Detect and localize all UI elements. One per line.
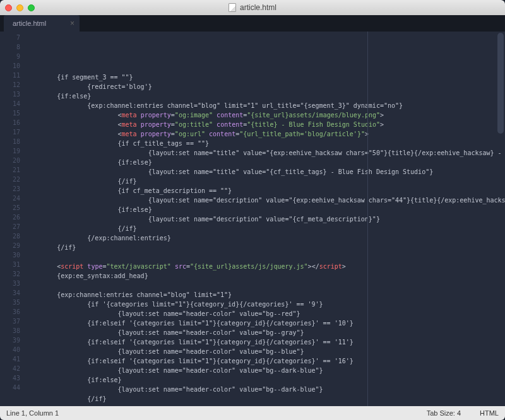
code-line[interactable]: {if:elseif '{categories limit="1"}{categ… [27, 356, 505, 366]
code-line[interactable]: {if:else} [27, 91, 505, 101]
editor[interactable]: 7891011121314151617181920212223242526272… [0, 32, 505, 406]
line-gutter: 7891011121314151617181920212223242526272… [0, 32, 27, 406]
line-number: 39 [0, 335, 27, 345]
window-titlebar: article.html [0, 0, 505, 15]
vertical-scrollbar[interactable] [497, 33, 504, 134]
line-number: 13 [0, 90, 27, 99]
traffic-lights [5, 4, 35, 11]
code-line[interactable]: {if segment_3 == ""} [27, 73, 505, 82]
line-number: 32 [0, 269, 27, 279]
tab-size-indicator[interactable]: Tab Size: 4 [427, 409, 461, 417]
line-number: 15 [0, 108, 27, 118]
line-number: 9 [0, 52, 27, 61]
code-line[interactable] [27, 281, 505, 290]
status-bar: Line 1, Column 1 Tab Size: 4 HTML [0, 406, 505, 420]
line-number: 25 [0, 203, 27, 213]
code-line[interactable]: {if:else} [27, 205, 505, 214]
close-icon[interactable]: × [70, 20, 74, 27]
code-line[interactable]: {/exp:channel:entries} [27, 233, 505, 243]
code-line[interactable]: {/if} [27, 394, 505, 404]
code-line[interactable]: {if:elseif '{categories limit="1"}{categ… [27, 337, 505, 347]
code-line[interactable]: {/if} [27, 177, 505, 186]
line-number: 43 [0, 373, 27, 383]
syntax-indicator[interactable]: HTML [480, 409, 499, 417]
line-number: 14 [0, 99, 27, 108]
line-number: 7 [0, 33, 27, 42]
code-line[interactable] [27, 54, 505, 63]
line-number: 44 [0, 383, 27, 392]
code-line[interactable]: {/if} [27, 224, 505, 233]
code-line[interactable]: {layout:set name="title" value="{exp:eeh… [27, 148, 505, 158]
code-line[interactable] [27, 63, 505, 73]
line-number: 22 [0, 175, 27, 184]
code-line[interactable] [27, 252, 505, 262]
code-line[interactable]: {exp:ee_syntax:add_head} [27, 271, 505, 281]
line-number: 29 [0, 241, 27, 250]
line-number: 21 [0, 165, 27, 175]
line-number: 24 [0, 194, 27, 203]
code-line[interactable]: {layout:set name="header-color" value="b… [27, 385, 505, 394]
titlebar-title: article.html [229, 3, 276, 12]
minimize-window-button[interactable] [16, 4, 23, 11]
code-line[interactable]: <meta property="og:image" content="{site… [27, 110, 505, 120]
line-number: 27 [0, 222, 27, 231]
line-number: 12 [0, 80, 27, 90]
code-line[interactable]: {layout:set name="header-color" value="b… [27, 347, 505, 356]
line-number: 35 [0, 298, 27, 307]
code-line[interactable]: <meta property="og:title" content="{titl… [27, 120, 505, 129]
code-line[interactable]: {/if} [27, 243, 505, 252]
code-line[interactable]: {layout:set name="description" value="{e… [27, 195, 505, 205]
line-number: 30 [0, 250, 27, 260]
code-line[interactable]: {if cf_meta_description == ""} [27, 186, 505, 195]
code-line[interactable]: {if:elseif '{categories limit="1"}{categ… [27, 318, 505, 328]
code-line[interactable]: {layout:set name="title" value="{cf_titl… [27, 167, 505, 177]
code-line[interactable]: {exp:channel:entries channel="blog" limi… [27, 101, 505, 110]
line-number: 23 [0, 184, 27, 194]
code-line[interactable]: {if:else} [27, 158, 505, 167]
code-line[interactable] [27, 404, 505, 406]
line-number: 36 [0, 307, 27, 317]
code-line[interactable]: {if '{categories limit="1"}{category_id}… [27, 300, 505, 309]
tab-bar: article.html × [0, 15, 505, 32]
line-number: 10 [0, 61, 27, 71]
line-number: 37 [0, 317, 27, 326]
line-number: 28 [0, 231, 27, 241]
line-number: 26 [0, 213, 27, 222]
code-line[interactable]: {layout:set name="header-color" value="b… [27, 366, 505, 375]
line-number: 42 [0, 364, 27, 373]
line-number: 34 [0, 288, 27, 298]
line-number: 33 [0, 279, 27, 288]
close-window-button[interactable] [5, 4, 12, 11]
maximize-window-button[interactable] [28, 4, 35, 11]
code-line[interactable]: {layout:set name="description" value="{c… [27, 214, 505, 224]
line-number: 31 [0, 260, 27, 269]
line-number: 16 [0, 118, 27, 127]
code-line[interactable]: {if:else} [27, 375, 505, 385]
code-line[interactable]: {exp:channel:entries channel="blog" limi… [27, 290, 505, 300]
file-tab[interactable]: article.html × [4, 15, 80, 32]
file-icon [229, 3, 236, 12]
line-number: 18 [0, 137, 27, 146]
line-number: 40 [0, 345, 27, 354]
tab-label: article.html [13, 20, 46, 27]
window-title: article.html [240, 3, 276, 12]
code-area[interactable]: {if segment_3 == ""} {redirect='blog'} {… [27, 32, 505, 406]
line-number: 11 [0, 71, 27, 80]
line-number: 38 [0, 326, 27, 335]
code-line[interactable]: {layout:set name="header-color" value="b… [27, 328, 505, 337]
line-number: 8 [0, 42, 27, 52]
line-number: 20 [0, 156, 27, 165]
code-line[interactable]: {layout:set name="header-color" value="b… [27, 309, 505, 318]
code-line[interactable]: {redirect='blog'} [27, 82, 505, 91]
code-line[interactable]: <meta property="og:url" content="{url_ti… [27, 129, 505, 139]
line-number: 19 [0, 146, 27, 156]
code-line[interactable]: {if cf_title_tags == ""} [27, 139, 505, 148]
cursor-position[interactable]: Line 1, Column 1 [6, 409, 59, 417]
line-number: 17 [0, 127, 27, 137]
code-line[interactable]: <script type="text/javascript" src="{sit… [27, 262, 505, 271]
line-number: 41 [0, 354, 27, 364]
